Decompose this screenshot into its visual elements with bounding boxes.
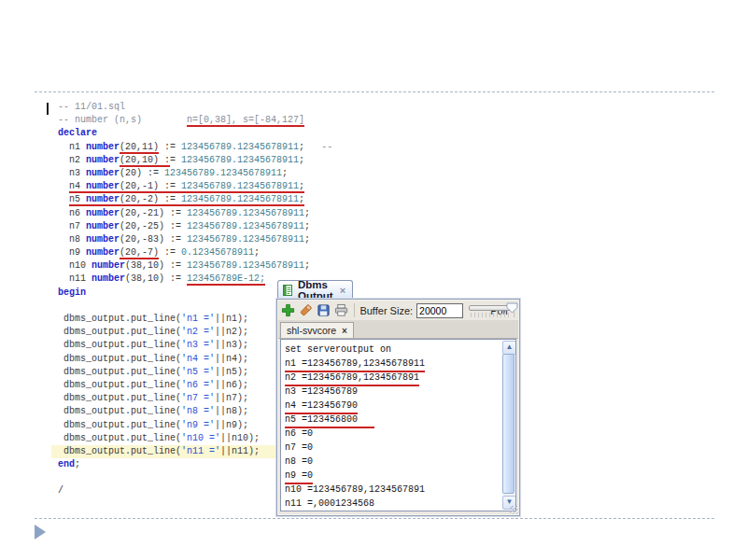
poll-interval-slider[interactable] — [469, 302, 489, 319]
slide-bullet-arrow-icon — [35, 525, 46, 539]
connection-tab-close-icon[interactable]: × — [342, 326, 347, 336]
output-line: n7 =0 — [285, 441, 500, 455]
save-icon[interactable] — [317, 303, 331, 318]
eraser-icon[interactable] — [299, 303, 313, 318]
output-line: n11 =,0001234568 — [285, 497, 500, 511]
scrollbar-thumb[interactable] — [502, 354, 514, 494]
output-console-text: set serveroutput onn1 =123456789,1234567… — [285, 343, 500, 511]
code-line: -- number (n,s) n=[0,38], s=[-84,127] — [58, 114, 332, 127]
code-line: n8 number(20,-83) := 123456789.123456789… — [58, 233, 332, 246]
dbms-output-icon — [282, 283, 294, 298]
code-line: n7 number(20,-25) := 123456789.123456789… — [58, 220, 332, 233]
code-line: n6 number(20,-21) := 123456789.123456789… — [58, 207, 332, 220]
output-console[interactable]: set serveroutput onn1 =123456789,1234567… — [280, 339, 516, 511]
connection-tab-label: shl-svvcore — [287, 325, 336, 336]
output-line: n6 =0 — [285, 427, 500, 441]
output-line: n10 =123456789,1234567891 — [285, 483, 500, 497]
dbms-window-body: Buffer Size: Poll shl-svvcore — [276, 299, 520, 516]
code-line: n3 number(20) := 123456789.12345678911; — [58, 167, 332, 180]
output-line: n2 =123456789,1234567891 — [285, 371, 500, 385]
slider-thumb-icon[interactable] — [506, 302, 518, 315]
code-line: n9 number(20,-7) := 0.12345678911; — [58, 246, 332, 259]
print-icon[interactable] — [334, 303, 348, 318]
dbms-output-window: Dbms Output × — [276, 280, 520, 516]
output-line: n1 =123456789,12345678911 — [285, 357, 500, 371]
output-line: n9 =0 — [285, 469, 500, 483]
code-line: declare — [58, 127, 332, 140]
output-line: n8 =0 — [285, 455, 500, 469]
code-line: -- 11/01.sql — [58, 101, 332, 114]
slide-bottom-border — [35, 518, 714, 519]
code-line: n1 number(20,11) := 123456789.1234567891… — [58, 141, 332, 154]
output-line: set serveroutput on — [285, 343, 500, 357]
slider-ticks — [471, 313, 510, 317]
tab-close-icon[interactable]: × — [340, 286, 345, 296]
output-line: n5 =123456800 — [285, 413, 500, 427]
code-line: n10 number(38,10) := 123456789.123456789… — [58, 259, 332, 273]
scroll-up-icon[interactable]: ▲ — [502, 341, 516, 355]
tab-dbms-output[interactable]: Dbms Output × — [277, 280, 353, 300]
slide-top-border — [35, 91, 714, 92]
code-line: n4 number(20,-1) := 123456789.1234567891… — [58, 180, 332, 193]
connection-tab-row: shl-svvcore × — [278, 320, 518, 339]
vertical-scrollbar[interactable]: ▲ ▼ — [502, 341, 514, 510]
buffer-size-label: Buffer Size: — [359, 305, 413, 316]
add-icon[interactable] — [281, 303, 295, 318]
code-line: n5 number(20,-2) := 123456789.1234567891… — [58, 193, 332, 206]
resize-grip[interactable] — [510, 506, 518, 514]
slide-canvas: -- 11/01.sql-- number (n,s) n=[0,38], s=… — [0, 0, 747, 560]
code-line: n2 number(20,10) := 123456789.1234567891… — [58, 154, 332, 167]
output-line: n3 =123456789 — [285, 385, 500, 399]
tab-connection[interactable]: shl-svvcore × — [280, 322, 354, 338]
buffer-size-input[interactable] — [416, 303, 463, 318]
dbms-toolbar: Buffer Size: Poll — [279, 301, 517, 320]
text-caret — [47, 103, 49, 115]
output-line: n4 =123456790 — [285, 399, 500, 413]
